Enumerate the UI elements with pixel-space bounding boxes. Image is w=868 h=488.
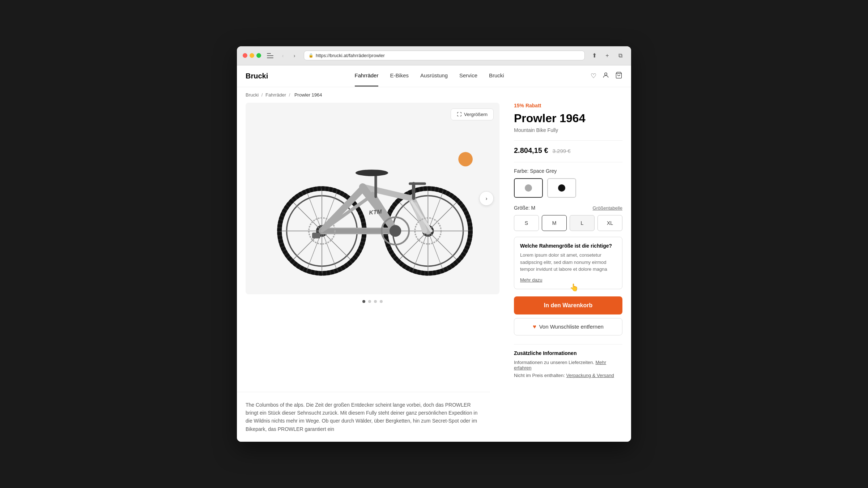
nav-arrows: ‹ › [278,51,299,61]
color-divider [514,162,622,162]
breadcrumb: Brucki / Fahrräder / Prowler 1964 [237,87,631,103]
product-details: 15% Rabatt Prowler 1964 Mountain Bike Fu… [499,103,622,380]
product-layout: Vergrößern [237,103,631,392]
close-button[interactable] [243,53,247,58]
zoom-label: Vergrößern [464,112,488,117]
browser-window: ‹ › 🔒 https://brucki.at/fahrräder/prowle… [237,46,631,442]
site-logo[interactable]: Brucki [246,72,268,80]
color-space-grey[interactable] [514,178,543,198]
product-title: Prowler 1964 [514,111,622,125]
nav-service[interactable]: Service [459,72,477,80]
delivery-info: Informationen zu unseren Lieferzeiten. M… [514,360,622,371]
cursor-icon: 👆 [570,283,579,292]
nav-brucki[interactable]: Brucki [489,72,504,80]
gallery-dots [246,300,499,303]
packaging-text: Nicht im Preis enthalten: [514,373,565,378]
cart-icon[interactable] [615,72,622,81]
size-xl[interactable]: XL [597,215,622,231]
gallery-next-button[interactable]: › [479,191,494,206]
gallery-dot-2[interactable] [368,300,371,303]
size-table-link[interactable]: Größentabelle [593,205,622,211]
new-tab-button[interactable]: + [602,51,612,61]
product-image: KTM [258,120,487,277]
svg-point-35 [356,170,388,176]
lock-icon: 🔒 [309,53,314,58]
product-description: The Columbos of the alps. Die Zeit der g… [237,392,490,442]
size-options: S M L XL [514,215,622,231]
size-m[interactable]: M [542,215,567,231]
breadcrumb-sep-2: / [289,92,292,98]
frame-info-title: Welche Rahmengröße ist die richtige? [520,243,616,249]
color-swatch-grey [525,184,532,192]
discount-badge: 15% Rabatt [514,103,622,108]
frame-info: Welche Rahmengröße ist die richtige? Lor… [514,237,622,289]
browser-titlebar: ‹ › 🔒 https://brucki.at/fahrräder/prowle… [237,46,631,65]
minimize-button[interactable] [250,53,254,58]
nav-icons: ♡ [591,72,622,81]
website: Brucki Fahrräder E-Bikes Ausrüstung Serv… [237,65,631,442]
packaging-info: Nicht im Preis enthalten: Verpackung & V… [514,373,622,378]
nav-ebikes[interactable]: E-Bikes [390,72,409,80]
svg-point-0 [605,73,607,75]
price-divider [514,140,622,141]
account-icon[interactable] [602,72,609,81]
gallery-main: Vergrößern [246,103,499,294]
product-gallery: Vergrößern [246,103,499,380]
sidebar-toggle[interactable] [267,53,273,58]
back-button[interactable]: ‹ [278,51,288,61]
zoom-button[interactable]: Vergrößern [451,108,494,120]
price-current: 2.804,15 € [514,146,548,155]
color-black[interactable] [547,178,576,198]
svg-point-39 [458,152,473,167]
product-price: 2.804,15 € 3.299 € [514,146,622,155]
url-text: https://brucki.at/fahrräder/prowler [316,53,385,58]
share-button[interactable]: ⬆ [589,51,599,61]
breadcrumb-fahrraeder[interactable]: Fahrräder [265,92,286,98]
add-to-cart-button[interactable]: In den Warenkorb [514,296,622,314]
svg-point-36 [390,225,401,237]
forward-button[interactable]: › [289,51,299,61]
color-options [514,178,622,198]
frame-info-link[interactable]: Mehr dazu [520,277,542,283]
site-nav: Brucki Fahrräder E-Bikes Ausrüstung Serv… [237,65,631,87]
size-label: Größe: M [514,205,535,211]
breadcrumb-home[interactable]: Brucki [246,92,259,98]
address-bar[interactable]: 🔒 https://brucki.at/fahrräder/prowler [304,51,585,60]
price-original: 3.299 € [553,148,571,154]
additional-info: Zusätzliche Informationen Informationen … [514,344,622,378]
size-s[interactable]: S [514,215,539,231]
breadcrumb-current: Prowler 1964 [294,92,322,98]
breadcrumb-sep-1: / [261,92,264,98]
frame-info-text: Lorem ipsum dolor sit amet, consetetur s… [520,252,616,273]
svg-text:KTM: KTM [369,208,382,216]
browser-actions: ⬆ + ⧉ [589,51,625,61]
gallery-dot-4[interactable] [380,300,383,303]
traffic-lights [243,53,261,58]
nav-ausruestung[interactable]: Ausrüstung [420,72,448,80]
maximize-button[interactable] [256,53,261,58]
additional-info-title: Zusätzliche Informationen [514,350,622,356]
delivery-text: Informationen zu unseren Lieferzeiten. [514,360,594,365]
wishlist-icon[interactable]: ♡ [591,72,596,80]
size-header: Größe: M Größentabelle [514,205,622,211]
nav-links: Fahrräder E-Bikes Ausrüstung Service Bru… [355,72,504,80]
remove-from-wishlist-button[interactable]: ♥ Von Wunschliste entfernen [514,318,622,335]
color-label: Farbe: Space Grey [514,168,622,174]
size-l[interactable]: L [570,215,595,231]
description-text: The Columbos of the alps. Die Zeit der g… [246,401,481,433]
color-swatch-black [558,184,565,192]
gallery-dot-3[interactable] [374,300,377,303]
nav-fahrraeder[interactable]: Fahrräder [355,72,379,80]
svg-rect-40 [312,233,320,239]
packaging-link[interactable]: Verpackung & Versand [566,373,614,378]
heart-icon: ♥ [533,324,536,330]
tabs-button[interactable]: ⧉ [615,51,625,61]
gallery-dot-1[interactable] [362,300,365,303]
product-subtitle: Mountain Bike Fully [514,127,622,133]
wishlist-label: Von Wunschliste entfernen [539,324,604,330]
